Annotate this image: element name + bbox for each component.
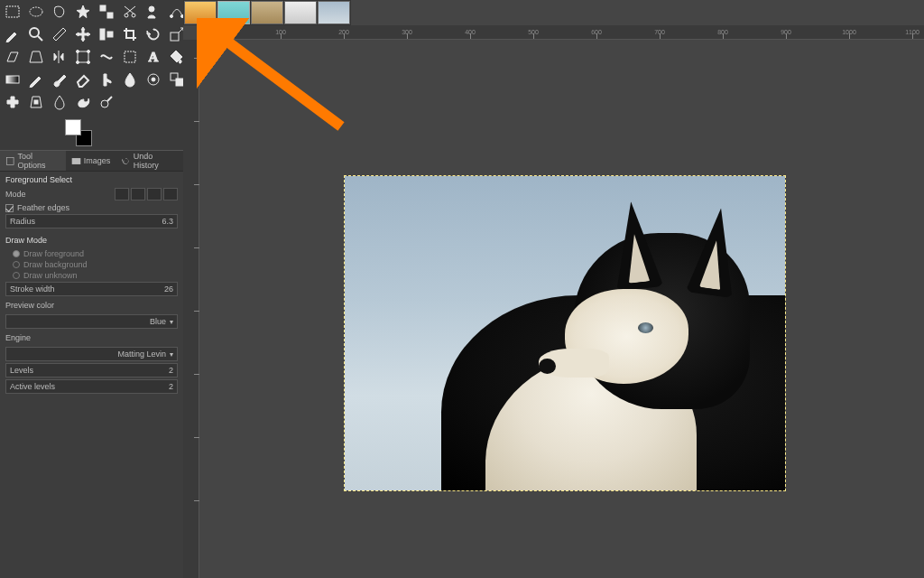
tool-rotate[interactable]	[142, 23, 164, 45]
radius-slider[interactable]: Radius 6.3	[5, 214, 178, 228]
tool-smudge[interactable]	[71, 91, 94, 113]
fg-swatch[interactable]	[65, 119, 81, 135]
tool-options-title: Foreground Select	[5, 175, 178, 184]
tool-perspective-clone[interactable]	[24, 91, 47, 113]
preview-color-label: Preview color	[5, 301, 54, 310]
tab-images[interactable]: Images	[66, 151, 116, 171]
tool-move[interactable]	[71, 23, 94, 45]
image-tab-portrait-cyan[interactable]	[217, 1, 250, 24]
engine-label: Engine	[5, 333, 31, 342]
image-tab-landscape-bench[interactable]	[251, 1, 283, 24]
tool-free-select[interactable]	[48, 1, 70, 23]
svg-line-28	[107, 97, 112, 101]
engine-row: Engine	[5, 331, 178, 344]
tab-undo-history[interactable]: Undo History	[116, 151, 183, 171]
tool-warp[interactable]	[95, 46, 117, 68]
image-tab-person-sunset[interactable]	[184, 1, 217, 24]
active-levels-slider[interactable]: Active levels 2	[5, 379, 178, 394]
ruler-h-label: 1000	[842, 29, 856, 35]
ruler-h-label: 0	[216, 29, 219, 35]
tool-gradient[interactable]	[1, 69, 23, 90]
color-swatches[interactable]	[65, 119, 92, 146]
canvas-image[interactable]	[344, 175, 786, 491]
tool-perspective[interactable]	[24, 46, 47, 68]
engine-value: Matting Levin	[117, 350, 166, 359]
tool-pencil[interactable]	[24, 69, 47, 90]
horizontal-ruler[interactable]: 010020030040050060070080090010001100	[199, 25, 924, 40]
mode-add[interactable]	[131, 188, 145, 200]
svg-point-23	[152, 78, 155, 81]
stroke-width-slider[interactable]: Stroke width 26	[5, 282, 178, 296]
tool-mypaint[interactable]	[142, 69, 164, 90]
tab-label: Undo History	[134, 152, 178, 170]
mode-subtract[interactable]	[147, 188, 162, 200]
draw-foreground-radio[interactable]: Draw foreground	[13, 249, 178, 258]
tool-paintbrush[interactable]	[48, 69, 70, 90]
tool-foreground-select[interactable]	[142, 1, 164, 23]
svg-rect-3	[107, 13, 113, 18]
tool-ellipse-select[interactable]	[24, 1, 47, 23]
mode-label: Mode	[5, 190, 26, 199]
tab-tool-options[interactable]: Tool Options	[0, 151, 66, 171]
engine-dropdown[interactable]: Matting Levin▾	[5, 347, 178, 361]
dock-tabs: Tool Options Images Undo History	[0, 150, 183, 172]
ruler-h-label: 700	[654, 29, 665, 35]
photo-content	[345, 176, 785, 490]
svg-rect-0	[6, 6, 19, 17]
tool-measure[interactable]	[48, 23, 70, 45]
vertical-ruler[interactable]	[183, 40, 199, 578]
mode-icons	[115, 188, 178, 200]
canvas-area: 010020030040050060070080090010001100	[183, 0, 924, 578]
image-tab-husky-dog[interactable]	[318, 1, 350, 24]
mode-row: Mode	[5, 188, 178, 200]
tool-dodge-burn[interactable]	[95, 91, 117, 113]
levels-label: Levels	[10, 366, 33, 375]
tool-zoom[interactable]	[24, 23, 47, 45]
feather-edges-check[interactable]: Feather edges	[5, 203, 178, 212]
tool-align[interactable]	[95, 23, 117, 45]
tool-airbrush[interactable]	[95, 69, 117, 90]
mode-replace[interactable]	[115, 188, 129, 200]
ruler-h-label: 500	[528, 29, 539, 35]
image-tab-standing-figure[interactable]	[284, 1, 317, 24]
svg-point-1	[30, 7, 42, 16]
svg-rect-21	[6, 76, 19, 83]
tool-by-color-select[interactable]	[95, 1, 117, 23]
svg-rect-19	[125, 51, 135, 62]
tool-cage[interactable]	[71, 46, 94, 68]
svg-rect-12	[107, 32, 113, 37]
tool-rect-select[interactable]	[1, 1, 23, 23]
tool-fuzzy-select[interactable]	[71, 1, 94, 23]
tool-text[interactable]: A	[142, 46, 164, 68]
draw-unknown-radio[interactable]: Draw unknown	[13, 271, 178, 280]
tool-eraser[interactable]	[71, 69, 94, 90]
tab-label: Images	[84, 156, 111, 165]
ruler-h-label: 600	[591, 29, 602, 35]
stroke-width-label: Stroke width	[10, 284, 55, 294]
tool-blur-sharpen[interactable]	[48, 91, 70, 113]
svg-point-15	[76, 51, 79, 53]
ruler-h-label: 300	[402, 29, 412, 35]
tool-scissors[interactable]	[118, 1, 141, 23]
levels-slider[interactable]: Levels 2	[5, 363, 178, 378]
radius-value: 6.3	[162, 217, 173, 226]
preview-color-row: Preview color	[5, 299, 178, 312]
draw-background-radio[interactable]: Draw background	[13, 260, 178, 269]
svg-point-18	[87, 61, 89, 64]
tool-color-picker[interactable]	[1, 23, 23, 45]
tool-unified-transform[interactable]	[118, 46, 141, 68]
tool-flip[interactable]	[48, 46, 70, 68]
preview-color-dropdown[interactable]: Blue▾	[5, 314, 178, 329]
tool-shear[interactable]	[1, 46, 23, 68]
tool-crop[interactable]	[118, 23, 141, 45]
viewport[interactable]	[199, 40, 924, 578]
tool-heal[interactable]	[1, 91, 23, 113]
svg-rect-29	[6, 157, 14, 164]
tool-ink[interactable]	[118, 69, 141, 90]
mode-intersect[interactable]	[163, 188, 178, 200]
svg-point-17	[76, 61, 79, 64]
feather-label: Feather edges	[17, 203, 69, 212]
svg-point-4	[125, 14, 128, 17]
left-panel: A Tool Options Images Undo History Foreg…	[0, 0, 183, 578]
levels-value: 2	[169, 366, 173, 375]
